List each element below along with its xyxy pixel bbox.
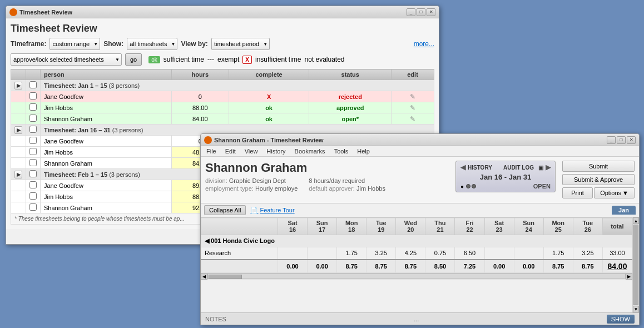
- insufficient-label: insufficient time: [255, 56, 301, 63]
- table-row: Jane Goodfew 0 X rejected ✎: [11, 91, 434, 102]
- person-name: Jim Hobbs: [41, 147, 172, 158]
- edit-cell[interactable]: ✎: [392, 91, 434, 102]
- main-window-title: Timesheet Review: [19, 9, 72, 16]
- row-checkbox[interactable]: [29, 115, 37, 122]
- edit-cell[interactable]: ✎: [392, 113, 434, 125]
- show-label: Show:: [103, 40, 123, 48]
- page-title: Timesheet Review: [11, 23, 434, 34]
- sufficient-label: sufficient time: [164, 56, 204, 63]
- person-name: Shannon Graham: [41, 158, 172, 169]
- table-row: Jim Hobbs 88.00 ok approved ✎: [11, 102, 434, 113]
- group-row: ▶ Timesheet: Jan 1 – 15 (3 persons): [11, 80, 434, 91]
- person-name: Jim Hobbs: [41, 191, 172, 202]
- maximize-button-2[interactable]: □: [617, 136, 626, 144]
- view-dropdown[interactable]: timesheet period ▼: [211, 38, 270, 50]
- close-button-2[interactable]: ✕: [627, 136, 636, 144]
- row-checkbox[interactable]: [29, 137, 37, 144]
- hours-cell: 84.00: [171, 113, 229, 125]
- row-checkbox[interactable]: [29, 181, 37, 188]
- group-checkbox[interactable]: [29, 81, 37, 88]
- dashes-badge: ---: [207, 56, 214, 63]
- close-button[interactable]: ✕: [427, 8, 435, 16]
- exempt-label: exempt: [217, 56, 239, 63]
- row-checkbox[interactable]: [29, 159, 37, 166]
- col-edit: edit: [392, 69, 434, 80]
- expand-icon[interactable]: ▶: [14, 126, 22, 134]
- group-checkbox[interactable]: [29, 126, 37, 133]
- row-checkbox[interactable]: [29, 192, 37, 200]
- person-name: Jane Goodfew: [41, 136, 172, 147]
- minimize-button[interactable]: _: [407, 8, 415, 16]
- edit-cell[interactable]: ✎: [392, 102, 434, 113]
- row-checkbox[interactable]: [29, 148, 37, 155]
- expand-icon[interactable]: ▶: [14, 82, 22, 90]
- timeframe-arrow-icon: ▼: [93, 42, 98, 47]
- person-name: Jane Goodfew: [41, 180, 172, 191]
- minimize-button-2[interactable]: _: [607, 136, 616, 144]
- shannon-window-title: Shannon Graham - Timesheet Review: [214, 137, 324, 143]
- col-check: [26, 69, 41, 80]
- person-name: Jane Goodfew: [41, 91, 172, 102]
- col-status: status: [309, 69, 392, 80]
- group-checkbox[interactable]: [29, 170, 37, 177]
- ok-badge: ok: [148, 56, 160, 63]
- main-titlebar: Timesheet Review _ □ ✕: [6, 6, 439, 18]
- show-dropdown[interactable]: all timesheets ▼: [127, 38, 177, 50]
- row-checkbox[interactable]: [29, 92, 37, 100]
- app-icon-2: [204, 136, 212, 144]
- action-dropdown[interactable]: approve/lock selected timesheets ▼: [11, 53, 122, 66]
- status-cell: approved: [309, 102, 392, 113]
- status-cell: rejected: [309, 91, 392, 102]
- col-complete: complete: [229, 69, 309, 80]
- group-title: Timesheet: Jan 1 – 15 (3 persons): [41, 80, 434, 91]
- go-button[interactable]: go: [125, 53, 142, 66]
- x-badge: X: [242, 56, 252, 64]
- person-name: Shannon Graham: [41, 113, 172, 125]
- toolbar-row-2: approve/lock selected timesheets ▼ go ok…: [11, 53, 434, 66]
- complete-cell: ok: [229, 102, 309, 113]
- status-cell: open*: [309, 113, 392, 125]
- view-arrow-icon: ▼: [263, 42, 267, 47]
- show-arrow-icon: ▼: [171, 42, 175, 47]
- expand-icon[interactable]: ▶: [14, 171, 22, 178]
- timeframe-dropdown[interactable]: custom range ▼: [49, 38, 100, 50]
- person-name: Jim Hobbs: [41, 102, 172, 113]
- shannon-window: Shannon Graham - Timesheet Review _ □ ✕ …: [200, 133, 640, 325]
- complete-cell: X: [229, 91, 309, 102]
- complete-cell: ok: [229, 113, 309, 125]
- shannon-titlebar: Shannon Graham - Timesheet Review _ □ ✕: [201, 134, 639, 146]
- person-name: Shannon Graham: [41, 202, 172, 213]
- col-hours: hours: [171, 69, 229, 80]
- toolbar-row-1: Timeframe: custom range ▼ Show: all time…: [11, 38, 434, 50]
- timeframe-label: Timeframe:: [11, 40, 46, 48]
- row-checkbox[interactable]: [29, 203, 37, 211]
- hours-cell: 88.00: [171, 102, 229, 113]
- more-link[interactable]: more...: [414, 40, 434, 48]
- hours-cell: 0: [171, 91, 229, 102]
- table-row: Shannon Graham 84.00 ok open* ✎: [11, 113, 434, 125]
- col-person: person: [41, 69, 172, 80]
- col-action: [11, 69, 26, 80]
- action-arrow-icon: ▼: [115, 57, 120, 62]
- maximize-button[interactable]: □: [417, 8, 425, 16]
- not-evaluated-label: not evaluated: [304, 56, 344, 63]
- row-checkbox[interactable]: [29, 103, 37, 111]
- app-icon: [9, 8, 17, 16]
- view-label: View by:: [181, 40, 207, 48]
